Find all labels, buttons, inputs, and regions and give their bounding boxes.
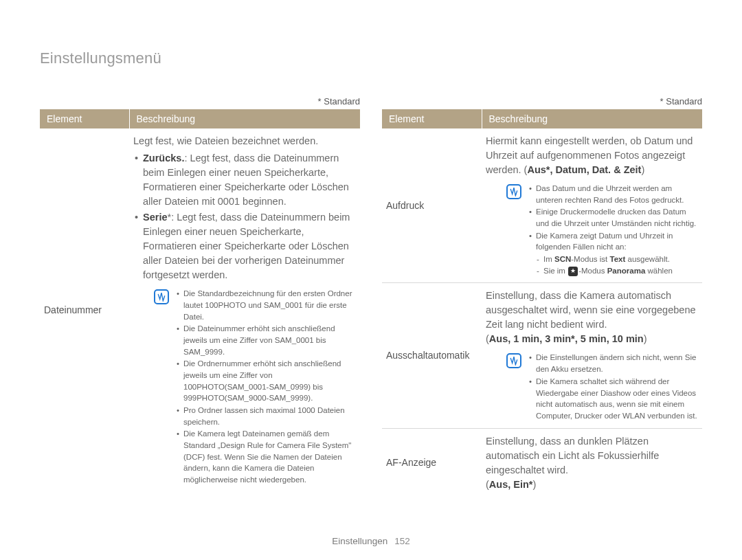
desc-intro: Einstellung, dass die Kamera automatisch… (486, 290, 696, 330)
t: Sie im (543, 267, 567, 275)
option-text: *: Legt fest, dass die Dateinummern beim… (143, 212, 350, 280)
desc-intro: Legt fest, wie Dateien bezeichnet werden… (133, 135, 318, 146)
close-paren: ) (641, 164, 644, 175)
note-item: Pro Ordner lassen sich maximal 1000 Date… (176, 405, 356, 427)
note-item: Die Standardbezeichnung für den ersten O… (176, 288, 356, 322)
col-header-description: Beschreibung (129, 109, 360, 128)
table-row: Ausschaltautomatik Einstellung, dass die… (382, 283, 702, 428)
desc-intro: Einstellung, dass an dunklen Plätzen aut… (486, 436, 659, 475)
note-item: Das Datum und die Uhrzeit werden am unte… (528, 183, 698, 205)
note-item: Die Kamera zeigt Datum und Uhrzeit in fo… (528, 230, 698, 277)
panorama-mode: Panorama (607, 267, 646, 275)
t: -Modus (578, 267, 607, 275)
option-label: Serie (143, 212, 167, 223)
element-cell: AF-Anzeige (382, 428, 482, 497)
t: wählen (645, 267, 673, 275)
t: ausgewählt. (625, 255, 670, 263)
option-item: Zurücks.: Legt fest, dass die Dateinumme… (133, 151, 356, 209)
note-item: Die Dateinummer erhöht sich anschließend… (176, 323, 356, 357)
note-item: Die Ordnernummer erhöht sich anschließen… (176, 358, 356, 404)
description-cell: Einstellung, dass an dunklen Plätzen aut… (482, 428, 702, 497)
col-header-description: Beschreibung (482, 109, 702, 128)
settings-table-right: Element Beschreibung Aufdruck Hiermit ka… (382, 109, 702, 497)
standard-note-left: * Standard (40, 96, 360, 107)
page-title: Einstellungsmenü (40, 49, 702, 67)
star-mode-icon (568, 267, 578, 276)
option-item: Serie*: Legt fest, dass die Dateinummern… (133, 210, 356, 282)
left-column: * Standard Element Beschreibung Dateinum… (40, 96, 360, 497)
footer-section: Einstellungen (332, 536, 387, 546)
note-item: Einige Druckermodelle drucken das Datum … (528, 206, 698, 229)
options-text: Aus, Ein* (489, 479, 533, 490)
t: Im (543, 255, 554, 263)
page-number: 152 (394, 536, 410, 546)
element-cell: Dateinummer (40, 128, 129, 492)
description-cell: Legt fest, wie Dateien bezeichnet werden… (129, 128, 360, 492)
note-item: Die Kamera schaltet sich während der Wie… (528, 376, 698, 422)
table-row: AF-Anzeige Einstellung, dass an dunklen … (382, 428, 702, 497)
note-box: Das Datum und die Uhrzeit werden am unte… (506, 183, 698, 277)
t: -Modus ist (571, 255, 609, 263)
note-item: Die Kamera legt Dateinamen gemäß dem Sta… (176, 428, 356, 485)
option-label: Zurücks. (143, 153, 184, 164)
note-icon (506, 184, 521, 199)
note-text: Die Kamera zeigt Datum und Uhrzeit in fo… (536, 232, 673, 251)
options-text: Aus, 1 min, 3 min*, 5 min, 10 min (489, 333, 644, 344)
page-footer: Einstellungen 152 (0, 536, 742, 546)
note-subitem: Sie im -Modus Panorama wählen (536, 265, 698, 277)
scn-mode: SCN (554, 255, 571, 263)
table-row: Dateinummer Legt fest, wie Dateien bezei… (40, 128, 360, 492)
col-header-element: Element (40, 109, 129, 128)
right-column: * Standard Element Beschreibung Aufdruck… (382, 96, 702, 497)
table-row: Aufdruck Hiermit kann eingestellt werden… (382, 128, 702, 283)
description-cell: Hiermit kann eingestellt werden, ob Datu… (482, 128, 702, 283)
options-text: Aus*, Datum, Dat. & Zeit (527, 164, 641, 175)
note-icon (154, 289, 169, 304)
note-icon (506, 353, 521, 368)
element-cell: Aufdruck (382, 128, 482, 283)
standard-note-right: * Standard (382, 96, 702, 107)
settings-table-left: Element Beschreibung Dateinummer Legt fe… (40, 109, 360, 492)
text-mode: Text (610, 255, 626, 263)
element-cell: Ausschaltautomatik (382, 283, 482, 428)
note-box: Die Standardbezeichnung für den ersten O… (154, 288, 356, 486)
col-header-element: Element (382, 109, 482, 128)
content-columns: * Standard Element Beschreibung Dateinum… (40, 96, 702, 497)
note-item: Die Einstellungen ändern sich nicht, wen… (528, 352, 698, 374)
note-box: Die Einstellungen ändern sich nicht, wen… (506, 352, 698, 422)
description-cell: Einstellung, dass die Kamera automatisch… (482, 283, 702, 428)
note-subitem: Im SCN-Modus ist Text ausgewählt. (536, 254, 698, 265)
